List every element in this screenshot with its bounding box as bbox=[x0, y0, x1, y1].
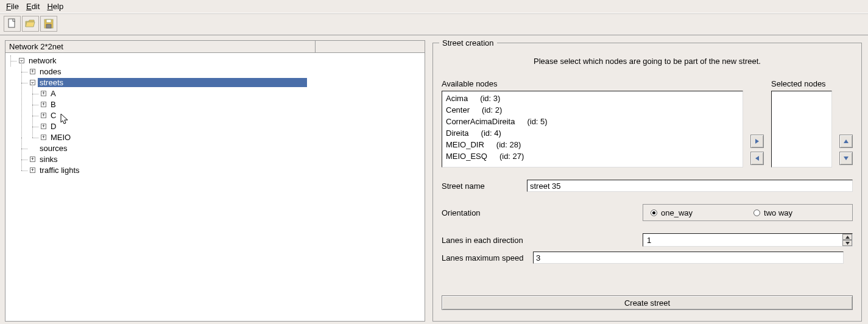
triangle-left-icon bbox=[754, 155, 760, 161]
open-file-icon bbox=[25, 18, 36, 29]
triangle-up-icon bbox=[843, 138, 849, 144]
orientation-one-way-radio[interactable]: one_way bbox=[651, 208, 693, 217]
list-item[interactable]: CornerAcimaDireita(id: 5) bbox=[446, 116, 739, 127]
expander-icon[interactable]: + bbox=[41, 91, 46, 96]
lanes-spinner[interactable]: 1 bbox=[643, 233, 853, 247]
menu-edit[interactable]: Edit bbox=[23, 1, 43, 12]
orientation-label: Orientation bbox=[442, 208, 527, 217]
group-title: Street creation bbox=[439, 38, 497, 48]
tree-sources[interactable]: sources bbox=[38, 144, 69, 153]
menu-file[interactable]: File bbox=[2, 1, 23, 12]
tree-street-item[interactable]: A bbox=[49, 89, 58, 98]
open-file-button[interactable] bbox=[22, 16, 39, 32]
left-panel-titlebar: Network 2*2net bbox=[5, 40, 425, 52]
street-name-label: Street name bbox=[442, 181, 527, 191]
move-up-button[interactable] bbox=[839, 135, 853, 148]
list-item[interactable]: Acima(id: 3) bbox=[446, 93, 739, 104]
triangle-right-icon bbox=[754, 138, 760, 144]
available-nodes-label: Available nodes bbox=[442, 79, 743, 88]
orientation-two-way-radio[interactable]: two way bbox=[753, 208, 792, 217]
menubar: File Edit Help bbox=[0, 0, 868, 13]
maxspeed-label: Lanes maximum speed bbox=[442, 253, 533, 262]
tree-street-item[interactable]: C bbox=[49, 111, 58, 120]
expander-icon[interactable]: + bbox=[41, 102, 46, 107]
tree-street-item[interactable]: MEIO bbox=[49, 133, 72, 142]
instruction-text: Please select which nodes are going to b… bbox=[442, 57, 853, 66]
expander-icon[interactable]: + bbox=[30, 157, 35, 162]
network-tree[interactable]: −network +nodes −streets +A +B +C +D +ME… bbox=[5, 52, 425, 322]
save-file-button[interactable] bbox=[40, 16, 57, 32]
list-item[interactable]: MEIO_ESQ(id: 27) bbox=[446, 150, 739, 162]
toolbar bbox=[0, 13, 868, 33]
new-file-icon bbox=[7, 18, 18, 29]
available-nodes-list[interactable]: Acima(id: 3) Center(id: 2) CornerAcimaDi… bbox=[442, 91, 743, 167]
menu-edit-label: dit bbox=[32, 2, 40, 11]
lanes-up-button[interactable] bbox=[842, 234, 852, 240]
add-node-button[interactable] bbox=[750, 135, 764, 148]
radio-icon bbox=[753, 210, 760, 216]
new-file-button[interactable] bbox=[4, 16, 21, 32]
lanes-label: Lanes in each direction bbox=[442, 236, 527, 245]
radio-icon bbox=[651, 210, 657, 216]
caret-down-icon bbox=[845, 242, 850, 245]
lanes-value: 1 bbox=[643, 236, 655, 245]
expander-icon[interactable]: + bbox=[41, 135, 46, 140]
orientation-group: one_way two way bbox=[643, 204, 853, 221]
list-item[interactable]: MEIO_DIR(id: 28) bbox=[446, 139, 739, 150]
triangle-down-icon bbox=[843, 155, 849, 161]
left-panel-title: Network 2*2net bbox=[5, 40, 316, 52]
svg-rect-0 bbox=[9, 19, 15, 27]
svg-rect-2 bbox=[46, 19, 51, 23]
list-item[interactable]: Direita(id: 4) bbox=[446, 127, 739, 139]
street-name-input[interactable] bbox=[527, 180, 853, 192]
menu-help[interactable]: Help bbox=[43, 1, 67, 12]
tree-nodes[interactable]: nodes bbox=[38, 67, 63, 76]
expander-icon[interactable]: + bbox=[41, 113, 46, 118]
save-file-icon bbox=[43, 18, 54, 29]
tree-streets[interactable]: streets bbox=[38, 78, 307, 87]
expander-icon[interactable]: + bbox=[30, 167, 35, 173]
tree-street-item[interactable]: D bbox=[49, 122, 58, 131]
lanes-down-button[interactable] bbox=[842, 240, 852, 246]
street-creation-group: Street creation Please select which node… bbox=[432, 43, 862, 322]
menu-help-label: elp bbox=[53, 2, 63, 11]
selected-nodes-label: Selected nodes bbox=[771, 79, 832, 88]
expander-icon[interactable]: + bbox=[30, 69, 35, 74]
menu-file-label: ile bbox=[11, 2, 19, 11]
tree-traffic-lights[interactable]: traffic lights bbox=[38, 166, 82, 175]
create-street-button[interactable]: Create street bbox=[442, 295, 853, 310]
expander-icon[interactable]: + bbox=[41, 124, 46, 129]
selected-nodes-list[interactable] bbox=[771, 91, 832, 167]
tree-street-item[interactable]: B bbox=[49, 100, 58, 109]
svg-rect-3 bbox=[46, 24, 51, 28]
caret-up-icon bbox=[845, 236, 850, 239]
tree-sinks[interactable]: sinks bbox=[38, 155, 60, 164]
tree-root[interactable]: network bbox=[27, 56, 58, 65]
list-item[interactable]: Center(id: 2) bbox=[446, 104, 739, 116]
maxspeed-input[interactable] bbox=[533, 252, 844, 264]
remove-node-button[interactable] bbox=[750, 152, 764, 165]
move-down-button[interactable] bbox=[839, 152, 853, 165]
